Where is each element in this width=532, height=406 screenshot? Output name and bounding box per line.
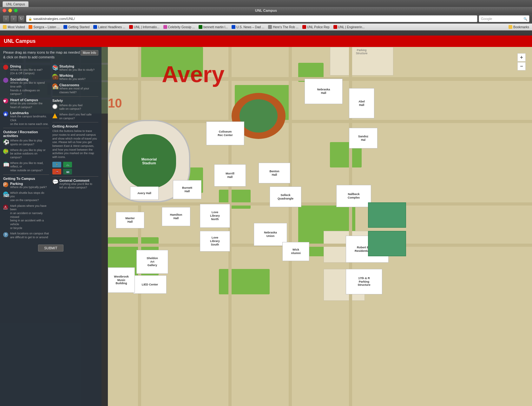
divider-1 <box>3 128 49 128</box>
building-love-library-south: LoveLibrarySouth <box>200 231 230 252</box>
memorial-stadium-label: MemorialStadium <box>141 157 157 165</box>
category-classrooms[interactable]: 🏫 Classrooms Where are most of yourclass… <box>52 83 98 94</box>
reload-button[interactable]: ↻ <box>18 15 25 22</box>
working-desc: Where do you work? <box>59 77 98 81</box>
address-bar-row: ‹ › ↻ 🔒 sasakistrategies.com/UNL/ Google… <box>0 14 532 23</box>
parking-icon: P <box>3 182 8 187</box>
outdoor-sports[interactable]: ⚽ Where do you like to playsports on cam… <box>3 139 49 146</box>
bookmark-label: bennett martin l... <box>203 25 228 29</box>
bookmark-favicon <box>199 25 202 29</box>
bookmark-getting-started[interactable]: Getting Started <box>62 25 91 29</box>
panel-left-col: Dining Where do you like to eat?(On & Of… <box>3 64 49 241</box>
bus-icon[interactable]: 🚌 <box>63 169 72 174</box>
bookmark-favicon <box>333 25 337 29</box>
building-avery-hall: Avery Hall <box>130 187 159 200</box>
building-nebraska-hall: NebraskaHall <box>305 79 343 104</box>
back-button[interactable]: ‹ <box>3 15 10 22</box>
safety-unsafe-icon <box>52 113 57 118</box>
outdoor-active[interactable]: 🏃 Where do you like to play orbe active … <box>3 148 49 160</box>
building-sandoz: SandozHal <box>349 128 378 148</box>
safety-unsafe[interactable]: Where don't you feel safeon campus? <box>52 113 98 120</box>
memorial-stadium-field: MemorialStadium <box>122 134 176 188</box>
left-panel: More Info Please drag as many icons to t… <box>0 47 102 406</box>
window-title: UNL Campus <box>255 9 277 12</box>
more-info-button[interactable]: More Info <box>81 50 98 56</box>
walk-icon[interactable]: 🚶 <box>52 162 61 167</box>
bookmark-unl-engineering[interactable]: UNL | Engineerin... <box>332 25 366 29</box>
building-wick-alumni: WickAlumni <box>282 242 309 261</box>
general-comment: 💬 General Comment Anything else you'd li… <box>52 179 98 190</box>
bookmark-celebrity[interactable]: Celebrity Gossip ... <box>162 25 196 29</box>
heart-desc: What do you consider theheart of campus? <box>10 102 49 109</box>
bookmark-bookmarks[interactable]: Bookmarks <box>507 25 531 29</box>
building-abel-hall: AbelHall <box>349 88 374 118</box>
outdoor-active-icon: 🏃 <box>3 149 8 154</box>
bookmark-favicon <box>509 25 512 29</box>
bookmark-unl-info[interactable]: UNL | Informatio... <box>128 25 161 29</box>
panel-right-col: 📚 Studying Where do you like to study? 💼… <box>52 64 98 241</box>
heart-icon: ♥ <box>3 98 8 103</box>
bookmark-headlines[interactable]: Latest Headlines ... <box>92 25 127 29</box>
active-tab[interactable]: UNL Campus <box>3 1 29 7</box>
getting-shuttle[interactable]: 🚌 Which shuttle bus stops do youuse on t… <box>3 191 49 202</box>
studying-desc: Where do you like to study? <box>59 68 98 72</box>
bookmark-favicon <box>129 25 133 29</box>
bookmark-favicon <box>3 25 7 29</box>
nav-buttons: ‹ › ↻ <box>3 15 25 22</box>
category-landmarks[interactable]: ★ Landmarks Mark the campus landmarks. C… <box>3 111 49 126</box>
bookmark-songza[interactable]: Songza – Listen ... <box>27 25 61 29</box>
bookmark-most-visited[interactable]: Most Visited <box>1 25 26 29</box>
car-icon[interactable]: 🚗 <box>52 169 61 174</box>
shuttle-desc: Which shuttle bus stops do youuse on the… <box>10 191 49 202</box>
bookmark-usnews[interactable]: U.S. News – Dad ... <box>230 25 266 29</box>
getting-around-desc: Click the buttons below to trace your ro… <box>52 129 98 159</box>
getting-around-title: Getting Around <box>52 124 98 128</box>
classrooms-label: Classrooms <box>59 83 98 87</box>
category-dining[interactable]: Dining Where do you like to eat?(On & Of… <box>3 64 49 75</box>
safety-section-title: Safety <box>52 99 98 102</box>
bookmark-bennett[interactable]: bennett martin l... <box>197 25 229 29</box>
road-h4 <box>108 244 532 247</box>
outdoor-relax[interactable]: 📖 Where do you like to read, reflect, or… <box>3 161 49 173</box>
zoom-out-button[interactable]: − <box>517 62 526 70</box>
safety-safe-icon <box>52 104 57 109</box>
accident-icon: ⚠ <box>3 205 8 210</box>
submit-button[interactable]: SUBMIT <box>38 245 63 252</box>
forward-button[interactable]: › <box>10 15 17 22</box>
minimize-button[interactable] <box>8 9 12 12</box>
category-heart[interactable]: ♥ Heart of Campus What do you consider t… <box>3 98 49 109</box>
safety-safe[interactable]: Where do you feelsafe on campus? <box>52 104 98 111</box>
getting-difficult[interactable]: ? Mark locations on campus thatare diffi… <box>3 232 49 239</box>
campus-map: ParkingStructure Avery MemorialStadium <box>108 47 532 406</box>
bookmark-unl-police[interactable]: UNL Police Rep <box>301 25 331 29</box>
panel-grid: Dining Where do you like to eat?(On & Of… <box>3 64 98 241</box>
bookmark-favicon <box>29 25 32 29</box>
bookmark-label: U.S. News – Dad ... <box>236 25 264 29</box>
bookmark-heres-the-rob[interactable]: Here's The Rob ... <box>266 25 300 29</box>
building-burnett-hall: BurnettHall <box>173 180 201 199</box>
category-working[interactable]: 💼 Working Where do you work? <box>52 74 98 81</box>
landmarks-label: Landmarks <box>10 111 49 115</box>
working-icon: 💼 <box>52 74 57 79</box>
building-coliseum: ColiseumRec Center <box>206 121 244 145</box>
getting-parking[interactable]: P Parking Where do you typically park? <box>3 182 49 189</box>
maximize-button[interactable] <box>14 9 18 12</box>
bookmark-favicon <box>93 25 97 29</box>
getting-accident[interactable]: ⚠ Mark places where you have beenin an a… <box>3 204 49 230</box>
bookmark-favicon <box>302 25 306 29</box>
classrooms-icon: 🏫 <box>52 83 57 88</box>
bookmark-label: Getting Started <box>68 25 89 29</box>
transport-icons-row2: 🚗 🚌 <box>52 169 98 174</box>
zoom-in-button[interactable]: + <box>517 53 526 62</box>
category-socializing[interactable]: Socializing Where do you like to spend t… <box>3 77 49 96</box>
search-bar[interactable]: Google 🔍 <box>479 15 529 22</box>
close-button[interactable] <box>3 9 6 12</box>
dining-desc: Where do you like to eat?(On & Off Campu… <box>10 68 49 75</box>
getting-to-campus-title: Getting To Campus <box>3 177 49 180</box>
bike-icon[interactable]: 🚲 <box>63 162 72 167</box>
category-studying[interactable]: 📚 Studying Where do you like to study? <box>52 64 98 72</box>
bookmarks-bar: Most Visited Songza – Listen ... Getting… <box>0 23 532 30</box>
safety-safe-desc: Where do you feelsafe on campus? <box>59 104 98 111</box>
avery-map-label: Avery <box>162 61 224 87</box>
address-bar[interactable]: 🔒 sasakistrategies.com/UNL/ <box>26 15 477 22</box>
